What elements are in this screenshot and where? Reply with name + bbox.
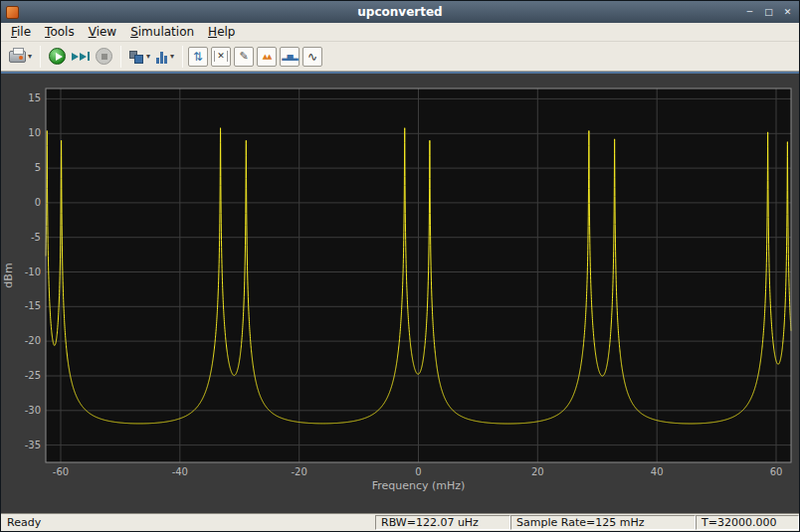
menu-file[interactable]: File [5, 24, 37, 40]
chevron-down-icon: ▾ [28, 52, 32, 61]
play-icon [49, 48, 66, 65]
svg-text:-35: -35 [25, 440, 41, 450]
scope-app-icon [6, 6, 19, 19]
menu-view[interactable]: View [83, 24, 122, 40]
toolbar-separator [182, 46, 183, 68]
toolbar: ▾ ▾ ▾ ⇅ ✕ [1, 42, 799, 72]
svg-text:60: 60 [770, 466, 783, 477]
svg-text:-20: -20 [292, 466, 307, 477]
pencil-icon: ✎ [239, 50, 248, 63]
spectrum-settings-button[interactable]: ▾ [153, 45, 177, 69]
svg-text:-60: -60 [53, 466, 69, 477]
svg-text:40: 40 [651, 466, 664, 477]
status-sample-rate: Sample Rate=125 mHz [510, 515, 696, 530]
svg-text:-25: -25 [25, 370, 41, 381]
svg-text:-40: -40 [172, 466, 188, 477]
menu-tools[interactable]: Tools [39, 24, 81, 40]
run-button[interactable] [46, 45, 69, 69]
blocks-icon [129, 50, 144, 64]
status-ready: Ready [1, 514, 375, 531]
statusbar: Ready RBW=122.07 uHz Sample Rate=125 mHz… [1, 513, 799, 531]
cursor-icon: ✕ [214, 51, 228, 62]
bars-icon: ▂▅▂ [282, 52, 297, 61]
window-controls: ─ □ ✕ [741, 5, 796, 20]
peak-finder-icon: ▲▲ [263, 53, 272, 61]
distortion-measurements-button[interactable]: ▂▅▂ [280, 47, 300, 67]
stop-button[interactable] [93, 45, 115, 69]
signal-statistics-button[interactable]: ✎ [234, 47, 254, 67]
peak-finder-button[interactable]: ▲▲ [257, 47, 277, 67]
chevron-down-icon: ▾ [170, 52, 174, 61]
close-button[interactable]: ✕ [779, 5, 796, 20]
cursor-measurements-button[interactable]: ✕ [211, 47, 231, 67]
ccdf-measurements-button[interactable]: ∿ [302, 47, 322, 67]
status-rbw: RBW=122.07 uHz [375, 515, 510, 530]
configuration-properties-button[interactable]: ▾ [126, 45, 153, 69]
spectrum-bars-icon [156, 50, 168, 64]
minimize-button[interactable]: ─ [741, 5, 758, 20]
svg-text:-10: -10 [25, 266, 41, 277]
svg-text:-15: -15 [25, 300, 41, 311]
panner-button[interactable]: ⇅ [188, 47, 208, 67]
svg-text:5: 5 [35, 162, 41, 173]
spectrum-plot-canvas[interactable]: 151050-5-10-15-20-25-30-35-60-40-2002040… [1, 74, 799, 513]
step-forward-button[interactable] [69, 45, 93, 69]
print-button[interactable]: ▾ [6, 45, 35, 69]
titlebar[interactable]: upconverted ─ □ ✕ [1, 1, 799, 23]
toolbar-separator [120, 46, 121, 68]
stop-icon [96, 48, 112, 65]
status-sim-time: T=32000.000 [696, 515, 799, 530]
svg-text:20: 20 [531, 466, 544, 477]
maximize-button[interactable]: □ [760, 5, 777, 20]
toolbar-separator [40, 46, 41, 68]
svg-text:-30: -30 [25, 405, 41, 416]
svg-text:Frequency (mHz): Frequency (mHz) [372, 479, 466, 492]
svg-text:10: 10 [28, 127, 41, 138]
spectrum-plot[interactable]: 151050-5-10-15-20-25-30-35-60-40-2002040… [1, 72, 799, 513]
step-forward-icon [72, 52, 90, 61]
menubar: File Tools View Simulation Help [1, 23, 799, 42]
menu-simulation[interactable]: Simulation [124, 24, 200, 40]
svg-text:15: 15 [28, 92, 41, 103]
svg-text:-20: -20 [25, 335, 41, 346]
svg-text:0: 0 [415, 466, 421, 477]
menu-help[interactable]: Help [202, 24, 241, 40]
svg-text:-5: -5 [31, 232, 41, 243]
panner-icon: ⇅ [193, 50, 203, 64]
svg-text:dBm: dBm [2, 263, 15, 287]
print-icon [9, 51, 26, 63]
svg-text:0: 0 [35, 197, 41, 208]
curve-icon: ∿ [307, 50, 317, 64]
spectrum-analyzer-window: upconverted ─ □ ✕ File Tools View Simula… [0, 0, 800, 532]
window-title: upconverted [1, 5, 799, 19]
chevron-down-icon: ▾ [146, 52, 150, 61]
